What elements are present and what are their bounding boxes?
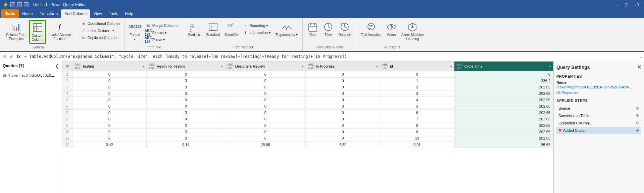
converted-step-gear[interactable]: ⚙ bbox=[636, 113, 639, 118]
query-item[interactable]: ▦ ?token=eyJhbGciOiJJUzI1... bbox=[0, 71, 62, 80]
formula-cancel-icon[interactable]: ✕ bbox=[1, 54, 8, 59]
menu-home[interactable]: Home bbox=[19, 9, 36, 18]
row-selector-header[interactable]: ⊞ bbox=[62, 62, 72, 71]
information-label: Information ▾ bbox=[249, 31, 271, 35]
table-row: 7 0 0 0 0 6 202,65 bbox=[62, 110, 553, 116]
id-filter-icon[interactable]: ▾ bbox=[450, 65, 452, 68]
format-button[interactable]: ABC123 Format ▾ bbox=[128, 20, 142, 43]
cell-cycle-time: 202,65 bbox=[454, 129, 553, 135]
formula-fx-label: fx bbox=[15, 54, 23, 59]
date-button[interactable]: Date bbox=[305, 20, 320, 38]
dropdown-icon[interactable] bbox=[24, 2, 29, 7]
merge-columns-button[interactable]: ⊞ Merge Columns bbox=[144, 22, 181, 29]
col-header-testing[interactable]: ABC123 Testing ▾ bbox=[72, 62, 147, 71]
conditional-column-button[interactable]: ◈ Conditional Column bbox=[79, 20, 122, 27]
index-column-button[interactable]: # Index Column ▾ bbox=[79, 27, 122, 34]
cell-testing: 0 bbox=[72, 135, 147, 142]
trigonometry-button[interactable]: Trigonometry ▾ bbox=[274, 20, 300, 38]
save-icon[interactable] bbox=[10, 2, 15, 7]
settings-close-btn[interactable]: ✕ bbox=[637, 64, 641, 70]
cell-cycle-time: 86,68 bbox=[454, 142, 553, 148]
formula-confirm-icon[interactable]: ✓ bbox=[9, 54, 13, 59]
cell-cycle-time: 202,65 bbox=[454, 103, 553, 110]
format-label: Format bbox=[130, 33, 140, 37]
ribbon-group-from-number: XΣ ∑ Statistics +- ×÷ Standard bbox=[183, 19, 303, 51]
row-number: 5 bbox=[62, 97, 72, 103]
menu-help[interactable]: Help bbox=[121, 9, 137, 18]
date-label: Date bbox=[309, 33, 316, 37]
testing-col-label: Testing bbox=[83, 64, 94, 68]
cell-testing: 0 bbox=[72, 84, 147, 90]
cell-testing: 0 bbox=[72, 129, 147, 135]
menu-view[interactable]: View bbox=[90, 9, 105, 18]
added-custom-step-gear[interactable]: ⚙ bbox=[636, 128, 639, 133]
time-button[interactable]: Time bbox=[321, 20, 336, 38]
all-properties-link[interactable]: All Properties bbox=[556, 90, 641, 94]
col-header-in-progress[interactable]: ABC123 In Progress ▾ bbox=[306, 62, 380, 71]
col-header-cycle-time[interactable]: ABC123 Cycle Time ▾ bbox=[454, 62, 553, 71]
menu-transform[interactable]: Transform bbox=[36, 9, 61, 18]
title-bar-left: ⚡ Untitled - Power Query Editor bbox=[3, 2, 86, 7]
col-header-designers-review[interactable]: ABC123 Designers Review ▾ bbox=[225, 62, 306, 71]
cycletime-type-icon: ABC123 bbox=[456, 63, 463, 70]
information-button[interactable]: ℹ Information ▾ bbox=[241, 29, 273, 36]
menu-tools[interactable]: Tools bbox=[105, 9, 121, 18]
extract-icon: ABC123 bbox=[146, 30, 151, 35]
extract-label: Extract ▾ bbox=[152, 31, 167, 35]
app-icon: ⚡ bbox=[3, 2, 8, 7]
minimize-btn[interactable]: — bbox=[612, 0, 621, 9]
statistics-button[interactable]: XΣ ∑ Statistics bbox=[186, 20, 203, 38]
menu-addcolumn[interactable]: Add Column bbox=[61, 9, 90, 18]
rounding-button[interactable]: ≈ Rounding ▾ bbox=[241, 22, 273, 29]
azure-ml-button[interactable]: Azure MachineLearning bbox=[399, 20, 426, 42]
extract-button[interactable]: ABC123 Extract ▾ bbox=[144, 29, 181, 36]
source-step-gear[interactable]: ⚙ bbox=[636, 106, 639, 111]
testing-filter-icon[interactable]: ▾ bbox=[143, 65, 144, 68]
vision-button[interactable]: Vision bbox=[384, 20, 399, 38]
source-step[interactable]: Source ⚙ bbox=[556, 105, 641, 112]
col-header-ready-for-testing[interactable]: ABC123 Ready for Testing ▾ bbox=[147, 62, 225, 71]
text-analytics-button[interactable]: Text Analytics bbox=[359, 20, 383, 38]
custom-column-button[interactable]: f x CustomColumn bbox=[29, 20, 46, 44]
cell-designers-review: 0 bbox=[225, 97, 306, 103]
svg-text:∑: ∑ bbox=[190, 29, 192, 32]
inprogress-filter-icon[interactable]: ▾ bbox=[376, 65, 378, 68]
ribbon: 📊 Column FromExamples f x CustomColumn ƒ bbox=[0, 18, 644, 52]
invoke-custom-function-button[interactable]: ƒ Invoke CustomFunction bbox=[47, 20, 73, 42]
cell-in-progress: 0 bbox=[306, 103, 380, 110]
undo-icon[interactable] bbox=[17, 2, 22, 7]
scientific-button[interactable]: 10 2 Scientific bbox=[222, 20, 240, 38]
standard-button[interactable]: +- ×÷ Standard bbox=[204, 20, 222, 38]
trigonometry-icon bbox=[281, 22, 292, 32]
designers-filter-icon[interactable]: ▾ bbox=[302, 65, 303, 68]
duplicate-column-button[interactable]: ⧉ Duplicate Column bbox=[79, 34, 122, 41]
expanded-step-gear[interactable]: ⚙ bbox=[636, 121, 639, 125]
cell-cycle-time: 202,65 bbox=[454, 90, 553, 97]
added-custom-step[interactable]: ✕ Added Custom ⚙ bbox=[556, 127, 641, 134]
cell-designers-review: 0 bbox=[225, 78, 306, 84]
format-icon: ABC123 bbox=[130, 22, 140, 32]
query-name-value[interactable]: ?token=eyJhbGciOiJJUzI1NiIsInR5cCI6IkpX.… bbox=[556, 85, 641, 89]
added-custom-step-x[interactable]: ✕ bbox=[558, 128, 562, 133]
help-icon[interactable]: ? bbox=[635, 1, 641, 7]
queries-collapse-btn[interactable]: ❮ bbox=[55, 63, 59, 69]
parse-button[interactable]: ABC123 Parse ▾ bbox=[144, 36, 181, 43]
table-row: 12 0,42 0,19 15,96 4,59 0,01 86,68 bbox=[62, 142, 553, 148]
ai-items: Text Analytics Vision bbox=[359, 20, 426, 44]
properties-label: PROPERTIES bbox=[556, 74, 641, 78]
duration-label: Duration bbox=[338, 33, 351, 37]
formula-input[interactable] bbox=[24, 54, 637, 59]
cell-in-progress: 0 bbox=[306, 84, 380, 90]
expanded-step[interactable]: Expanded Column1 ⚙ bbox=[556, 119, 641, 127]
converted-step[interactable]: Converted to Table ⚙ bbox=[556, 112, 641, 119]
ready-filter-icon[interactable]: ▾ bbox=[221, 65, 223, 68]
data-area[interactable]: ⊞ ABC123 Testing ▾ bbox=[62, 61, 553, 193]
maximize-btn[interactable]: □ bbox=[622, 0, 631, 9]
column-from-examples-button[interactable]: 📊 Column FromExamples bbox=[4, 20, 29, 42]
menu-file[interactable]: Файл bbox=[1, 9, 19, 18]
col-header-id[interactable]: ABC123 id ▾ bbox=[380, 62, 454, 71]
cycletime-filter-icon[interactable]: ▾ bbox=[549, 65, 551, 68]
duration-button[interactable]: Duration bbox=[336, 20, 353, 38]
information-icon: ℹ bbox=[243, 30, 248, 35]
formula-expand-icon[interactable]: ⌄ bbox=[639, 54, 643, 59]
